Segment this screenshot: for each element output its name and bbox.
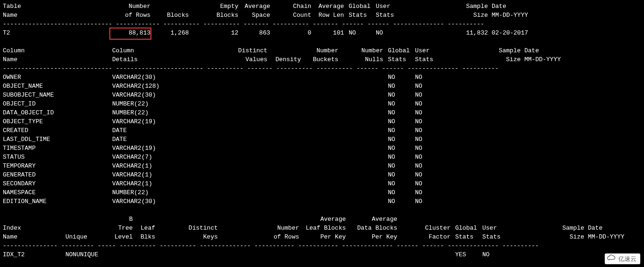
- col-user-stats: NO: [415, 188, 442, 197]
- index-name-cell: IDX_T2: [3, 250, 65, 259]
- col-name: TIMESTAMP: [3, 144, 112, 153]
- col-name: LAST_DDL_TIME: [3, 135, 112, 144]
- col-details: VARCHAR2(7): [112, 153, 234, 162]
- col-name: NAMESPACE: [3, 188, 112, 197]
- col-details: NUMBER(22): [112, 188, 234, 197]
- col-name: EDITION_NAME: [3, 197, 112, 206]
- index-data-row: IDX_T2 NONUNIQUE YES NO: [3, 250, 641, 259]
- column-header-row1: Column Column Distinct Number Number Glo…: [3, 46, 641, 55]
- column-row: TEMPORARYVARCHAR2(1)NONO: [3, 162, 641, 170]
- col-details: VARCHAR2(30): [112, 73, 234, 82]
- col-user-stats: NO: [415, 99, 442, 108]
- col-details: NUMBER(22): [112, 99, 234, 108]
- col-global-stats: NO: [388, 179, 415, 188]
- col-user-stats: NO: [415, 144, 442, 153]
- table-data-row: T2 88,813 1,268 12 863 0 101 NO NO 11,83…: [3, 28, 641, 37]
- col-user-stats: NO: [415, 153, 442, 162]
- col-name: GENERATED: [3, 170, 112, 179]
- column-row: SECONDARYVARCHAR2(1)NONO: [3, 179, 641, 188]
- col-details: VARCHAR2(19): [112, 117, 234, 126]
- col-user-stats: NO: [415, 170, 442, 179]
- col-global-stats: NO: [388, 144, 415, 153]
- col-details: VARCHAR2(19): [112, 144, 234, 153]
- column-row: OBJECT_NAMEVARCHAR2(128)NONO: [3, 82, 641, 91]
- column-row: OWNERVARCHAR2(30)NONO: [3, 73, 641, 82]
- col-global-stats: NO: [388, 73, 415, 82]
- col-user-stats: NO: [415, 117, 442, 126]
- col-details: VARCHAR2(1): [112, 162, 234, 170]
- col-name: TEMPORARY: [3, 162, 112, 170]
- col-global-stats: NO: [388, 82, 415, 91]
- col-global-stats: NO: [388, 135, 415, 144]
- num-rows-cell: 88,813: [112, 28, 150, 37]
- col-user-stats: NO: [415, 108, 442, 117]
- index-header-row3: Name Unique Level Blks Keys of Rows Per …: [3, 232, 641, 241]
- col-details: DATE: [112, 126, 234, 135]
- col-name: OBJECT_NAME: [3, 82, 112, 91]
- col-global-stats: NO: [388, 91, 415, 99]
- col-user-stats: NO: [415, 91, 442, 99]
- col-user-stats: NO: [415, 73, 442, 82]
- col-user-stats: NO: [415, 82, 442, 91]
- column-row: OBJECT_IDNUMBER(22)NONO: [3, 99, 641, 108]
- col-name: OWNER: [3, 73, 112, 82]
- col-details: VARCHAR2(30): [112, 91, 234, 99]
- col-user-stats: NO: [415, 126, 442, 135]
- column-header-row2: Name Details Values Density Buckets Null…: [3, 55, 641, 64]
- separator: ------------------------------ ---------…: [3, 64, 641, 73]
- column-row: LAST_DDL_TIMEDATENONO: [3, 135, 641, 144]
- col-global-stats: NO: [388, 197, 415, 206]
- column-row: TIMESTAMPVARCHAR2(19)NONO: [3, 144, 641, 153]
- cloud-icon: [607, 254, 617, 263]
- col-global-stats: NO: [388, 153, 415, 162]
- col-user-stats: NO: [415, 179, 442, 188]
- col-name: DATA_OBJECT_ID: [3, 108, 112, 117]
- table-header-row1: Table Number Empty Average Chain Average…: [3, 2, 641, 11]
- column-row: CREATEDDATENONO: [3, 126, 641, 135]
- col-global-stats: NO: [388, 99, 415, 108]
- watermark-badge: 亿速云: [605, 253, 640, 264]
- separator: ------------------------------ ---------…: [3, 20, 641, 28]
- column-row: DATA_OBJECT_IDNUMBER(22)NONO: [3, 108, 641, 117]
- col-details: VARCHAR2(30): [112, 197, 234, 206]
- hdr-table-name: Table: [3, 2, 112, 11]
- index-header-row2: Index Tree Leaf Distinct Number Leaf Blo…: [3, 224, 641, 232]
- columns-body: OWNERVARCHAR2(30)NONOOBJECT_NAMEVARCHAR2…: [3, 73, 641, 206]
- col-name: OBJECT_ID: [3, 99, 112, 108]
- col-global-stats: NO: [388, 170, 415, 179]
- col-name: CREATED: [3, 126, 112, 135]
- column-row: OBJECT_TYPEVARCHAR2(19)NONO: [3, 117, 641, 126]
- col-global-stats: NO: [388, 126, 415, 135]
- col-details: VARCHAR2(128): [112, 82, 234, 91]
- col-name: STATUS: [3, 153, 112, 162]
- col-user-stats: NO: [415, 135, 442, 144]
- column-row: GENERATEDVARCHAR2(1)NONO: [3, 170, 641, 179]
- col-details: VARCHAR2(1): [112, 179, 234, 188]
- col-name: OBJECT_TYPE: [3, 117, 112, 126]
- col-details: DATE: [112, 135, 234, 144]
- column-row: EDITION_NAMEVARCHAR2(30)NONO: [3, 197, 641, 206]
- col-name: SECONDARY: [3, 179, 112, 188]
- separator: --------------- --------- ----- --------…: [3, 241, 641, 250]
- col-user-stats: NO: [415, 162, 442, 170]
- table-name-cell: T2: [3, 28, 112, 37]
- col-global-stats: NO: [388, 108, 415, 117]
- col-details: VARCHAR2(1): [112, 170, 234, 179]
- col-user-stats: NO: [415, 197, 442, 206]
- col-global-stats: NO: [388, 162, 415, 170]
- column-row: NAMESPACENUMBER(22)NONO: [3, 188, 641, 197]
- index-header-row1: B Average Average: [3, 215, 641, 224]
- col-global-stats: NO: [388, 188, 415, 197]
- col-name: SUBOBJECT_NAME: [3, 91, 112, 99]
- column-row: SUBOBJECT_NAMEVARCHAR2(30)NONO: [3, 91, 641, 99]
- table-header-row2: Name of Rows Blocks Blocks Space Count R…: [3, 11, 641, 20]
- column-row: STATUSVARCHAR2(7)NONO: [3, 153, 641, 162]
- col-details: NUMBER(22): [112, 108, 234, 117]
- watermark-text: 亿速云: [618, 254, 637, 263]
- col-global-stats: NO: [388, 117, 415, 126]
